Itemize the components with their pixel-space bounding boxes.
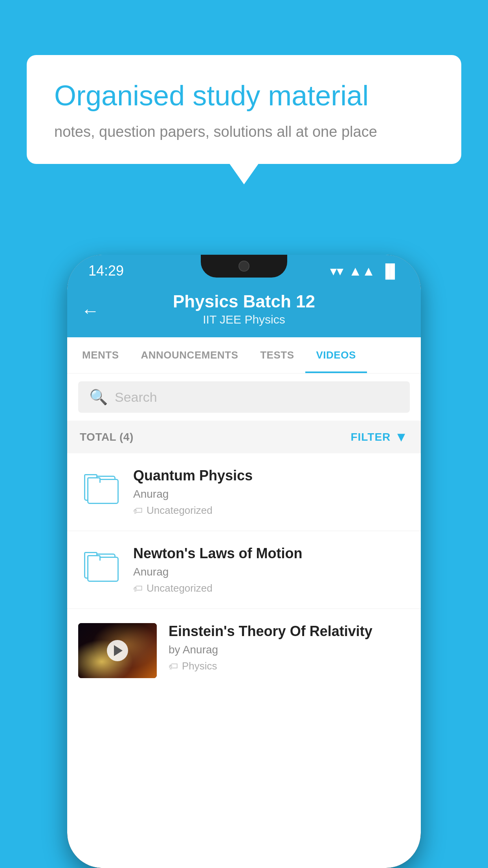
tag-label: Uncategorized: [147, 582, 213, 594]
tab-tests[interactable]: TESTS: [249, 337, 305, 373]
list-item[interactable]: Newton's Laws of Motion Anurag 🏷 Uncateg…: [67, 531, 421, 609]
item-info: Newton's Laws of Motion Anurag 🏷 Uncateg…: [133, 545, 410, 594]
speech-bubble: Organised study material notes, question…: [27, 55, 461, 164]
front-camera: [238, 261, 250, 272]
total-count: TOTAL (4): [80, 431, 134, 443]
app-header: ← Physics Batch 12 IIT JEE Physics: [67, 284, 421, 337]
phone-outer: 14:29 ▾▾ ▲▲ ▐▌ ← Physics Batch 12 IIT JE…: [67, 255, 421, 868]
phone-frame: 14:29 ▾▾ ▲▲ ▐▌ ← Physics Batch 12 IIT JE…: [67, 255, 421, 868]
tab-announcements[interactable]: ANNOUNCEMENTS: [130, 337, 250, 373]
battery-icon: ▐▌: [381, 263, 400, 279]
phone-notch: [201, 255, 287, 278]
tag-icon: 🏷: [169, 661, 178, 672]
bubble-subtitle: notes, question papers, solutions all at…: [54, 123, 434, 140]
phone-screen: 14:29 ▾▾ ▲▲ ▐▌ ← Physics Batch 12 IIT JE…: [67, 255, 421, 868]
tabs-bar: MENTS ANNOUNCEMENTS TESTS VIDEOS: [67, 337, 421, 373]
status-time: 14:29: [88, 263, 124, 279]
filter-funnel-icon: ▼: [394, 429, 408, 445]
header-subtitle-part1: IIT JEE: [203, 313, 241, 326]
search-box[interactable]: 🔍 Search: [78, 381, 410, 413]
item-title: Newton's Laws of Motion: [133, 545, 410, 562]
item-author: Anurag: [133, 488, 410, 500]
list-item[interactable]: Einstein's Theory Of Relativity by Anura…: [67, 609, 421, 692]
item-tag: 🏷 Uncategorized: [133, 582, 410, 594]
list-item[interactable]: Quantum Physics Anurag 🏷 Uncategorized: [67, 453, 421, 531]
signal-icon: ▲▲: [349, 263, 375, 279]
item-author: by Anurag: [169, 644, 410, 656]
item-tag: 🏷 Uncategorized: [133, 504, 410, 517]
status-icons: ▾▾ ▲▲ ▐▌: [330, 263, 400, 279]
header-subtitle: IIT JEE Physics: [173, 313, 315, 326]
tag-label: Physics: [182, 660, 217, 672]
tag-label: Uncategorized: [147, 504, 213, 517]
item-title: Quantum Physics: [133, 467, 410, 484]
bubble-title: Organised study material: [54, 79, 434, 112]
wifi-icon: ▾▾: [330, 263, 343, 279]
item-tag: 🏷 Physics: [169, 660, 410, 672]
header-center: Physics Batch 12 IIT JEE Physics: [173, 292, 315, 326]
tab-videos[interactable]: VIDEOS: [305, 337, 367, 373]
tag-icon: 🏷: [133, 505, 143, 516]
filter-bar: TOTAL (4) FILTER ▼: [67, 421, 421, 453]
phone-content: 🔍 Search TOTAL (4) FILTER ▼: [67, 373, 421, 692]
filter-button[interactable]: FILTER ▼: [350, 429, 408, 445]
play-button[interactable]: [107, 640, 128, 661]
speech-bubble-container: Organised study material notes, question…: [27, 55, 461, 164]
header-subtitle-part2: Physics: [244, 313, 285, 326]
item-title: Einstein's Theory Of Relativity: [169, 623, 410, 640]
back-button[interactable]: ←: [81, 300, 99, 321]
search-container: 🔍 Search: [67, 373, 421, 421]
item-author: Anurag: [133, 566, 410, 578]
video-list: Quantum Physics Anurag 🏷 Uncategorized: [67, 453, 421, 692]
filter-label: FILTER: [350, 431, 391, 443]
item-icon: [78, 545, 121, 588]
item-info: Quantum Physics Anurag 🏷 Uncategorized: [133, 467, 410, 517]
video-thumbnail: [78, 623, 157, 678]
tag-icon: 🏷: [133, 583, 143, 594]
search-icon: 🔍: [89, 388, 108, 406]
header-title: Physics Batch 12: [173, 292, 315, 311]
play-icon: [114, 645, 123, 656]
search-placeholder: Search: [115, 390, 157, 405]
item-info: Einstein's Theory Of Relativity by Anura…: [169, 623, 410, 672]
tab-ments[interactable]: MENTS: [71, 337, 130, 373]
item-icon: [78, 467, 121, 511]
